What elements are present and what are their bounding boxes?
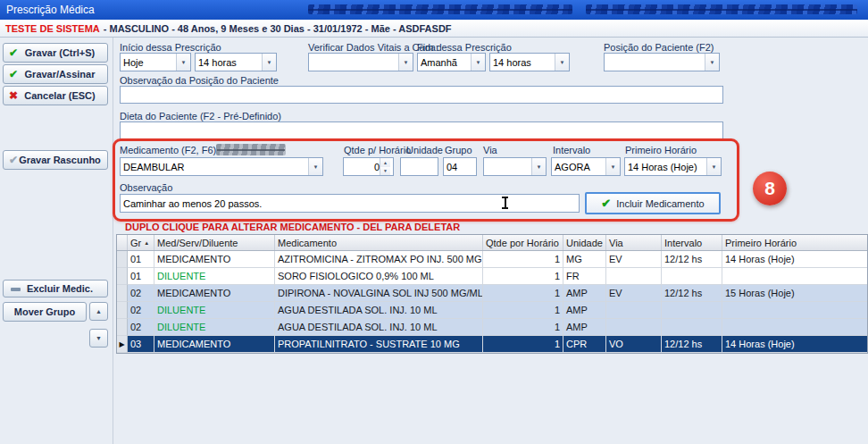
cell-qtde: 1 bbox=[483, 336, 563, 353]
prescription-window: Prescrição Médica TESTE DE SISTEMA - MAS… bbox=[0, 0, 868, 444]
chevron-down-icon: ▼ bbox=[308, 158, 322, 175]
chevron-down-icon: ▼ bbox=[262, 54, 276, 71]
medicamento-label: Medicamento (F2, F6) bbox=[120, 145, 216, 155]
cell-medicamento: PROPATILNITRATO - SUSTRATE 10 MG bbox=[275, 336, 483, 353]
row-indicator: ▶ bbox=[117, 336, 128, 353]
chevron-down-icon: ▼ bbox=[555, 54, 569, 71]
cell-gr: 02 bbox=[128, 285, 154, 302]
cell-unidade: MG bbox=[563, 251, 606, 268]
redacted-title-segment bbox=[586, 4, 857, 14]
save-draft-button[interactable]: ✔ Gravar Rascunho bbox=[3, 150, 108, 170]
cell-unidade: CPR bbox=[563, 336, 606, 353]
spin-up-icon[interactable]: ▲ bbox=[380, 158, 390, 167]
cell-gr: 02 bbox=[128, 302, 154, 319]
cell-qtde: 1 bbox=[483, 319, 563, 336]
combo-value: 14 horas bbox=[198, 57, 262, 68]
cell-primeiro: 14 Horas (Hoje) bbox=[722, 336, 867, 353]
column-header-intervalo[interactable]: Intervalo bbox=[662, 235, 722, 250]
qtde-label: Qtde p/ Horário bbox=[344, 145, 411, 155]
patient-name: TESTE DE SISTEMA bbox=[5, 23, 100, 34]
chevron-down-icon: ▼ bbox=[605, 158, 620, 175]
column-header-primeiro[interactable]: Primeiro Horário bbox=[722, 235, 867, 250]
column-header-gr[interactable]: Gr ▲ bbox=[128, 235, 154, 250]
cell-qtde: 1 bbox=[483, 268, 563, 285]
column-header-unidade[interactable]: Unidade bbox=[563, 235, 606, 250]
cell-intervalo bbox=[662, 302, 722, 319]
cell-via: EV bbox=[606, 251, 662, 268]
intervalo-combo[interactable]: AGORA ▼ bbox=[551, 157, 621, 176]
check-icon: ✔ bbox=[9, 69, 18, 80]
save-sign-button[interactable]: ✔ Gravar/Assinar bbox=[3, 64, 108, 84]
unidade-label: Unidade bbox=[406, 145, 443, 155]
table-row[interactable]: 02 DILUENTE AGUA DESTILADA SOL. INJ. 10 … bbox=[117, 302, 867, 319]
cell-gr: 01 bbox=[128, 268, 154, 285]
primeiro-horario-combo[interactable]: 14 Horas (Hoje) ▼ bbox=[624, 157, 722, 176]
grupo-input[interactable]: 04 bbox=[443, 157, 477, 176]
cell-via: EV bbox=[606, 285, 662, 302]
cell-tipo: DILUENTE bbox=[154, 302, 275, 319]
column-header-medicamento[interactable]: Medicamento bbox=[275, 235, 483, 250]
save-button[interactable]: ✔ Gravar (Ctrl+S) bbox=[3, 43, 108, 63]
posicao-combo[interactable]: ▼ bbox=[604, 53, 720, 71]
cell-primeiro: 15 Horas (Hoje) bbox=[722, 285, 867, 302]
column-header-qtde[interactable]: Qtde por Horário bbox=[483, 235, 563, 250]
cell-qtde: 1 bbox=[483, 285, 563, 302]
table-header: Gr ▲ Med/Serv/Diluente Medicamento Qtde … bbox=[117, 235, 867, 251]
cell-medicamento: AZITROMICINA - ZITROMAX PO INJ. 500 MG bbox=[275, 251, 483, 268]
medicamento-combo[interactable]: DEAMBULAR ▼ bbox=[120, 157, 323, 176]
cell-unidade: AMP bbox=[563, 285, 606, 302]
cancel-button[interactable]: ✖ Cancelar (ESC) bbox=[3, 86, 108, 105]
table-row[interactable]: 02 DILUENTE AGUA DESTILADA SOL. INJ. 10 … bbox=[117, 319, 867, 336]
cell-primeiro: 14 Horas (Hoje) bbox=[722, 251, 867, 268]
move-group-up-button[interactable]: ▲ bbox=[89, 302, 108, 321]
table-row[interactable]: 02 MEDICAMENTO DIPIRONA - NOVALGINA SOL … bbox=[117, 285, 867, 302]
chevron-down-icon: ▼ bbox=[398, 54, 413, 71]
cell-tipo: DILUENTE bbox=[154, 268, 275, 285]
spin-down-icon[interactable]: ▼ bbox=[380, 167, 390, 176]
cell-gr: 03 bbox=[128, 336, 154, 353]
unidade-input[interactable] bbox=[400, 157, 438, 176]
move-group-down-button[interactable]: ▼ bbox=[89, 329, 108, 348]
cell-medicamento: AGUA DESTILADA SOL. INJ. 10 ML bbox=[275, 319, 483, 336]
chevron-down-icon: ▼ bbox=[531, 158, 546, 175]
vitais-combo[interactable]: ▼ bbox=[308, 53, 413, 71]
observacao-input[interactable]: Caminhar ao menos 20 passos. bbox=[120, 194, 580, 213]
cell-medicamento: SORO FISIOLOGICO 0,9% 100 ML bbox=[275, 268, 483, 285]
observacao-label: Observação bbox=[120, 182, 172, 193]
dieta-input[interactable] bbox=[120, 121, 723, 139]
fim-time-combo[interactable]: 14 horas ▼ bbox=[489, 53, 570, 71]
via-label: Via bbox=[483, 145, 497, 155]
incluir-medicamento-button[interactable]: ✔ Incluir Medicamento bbox=[585, 192, 721, 214]
incluir-medicamento-label: Incluir Medicamento bbox=[616, 198, 704, 209]
cell-intervalo: 12/12 hs bbox=[662, 251, 722, 268]
row-indicator bbox=[117, 251, 128, 268]
via-combo[interactable]: ▼ bbox=[483, 157, 547, 176]
column-header-via[interactable]: Via bbox=[606, 235, 662, 250]
check-icon: ✔ bbox=[9, 155, 18, 165]
delete-medication-button[interactable]: Excluir Medic. bbox=[3, 280, 108, 297]
fim-day-combo[interactable]: Amanhã ▼ bbox=[417, 53, 486, 71]
combo-value: 14 horas bbox=[493, 57, 555, 68]
inicio-label: Início dessa Prescrição bbox=[120, 42, 221, 53]
row-indicator bbox=[117, 285, 128, 302]
minus-icon bbox=[11, 288, 21, 291]
inicio-day-combo[interactable]: Hoje ▼ bbox=[120, 53, 191, 71]
annotation-badge: 8 bbox=[753, 172, 787, 205]
medication-table: Gr ▲ Med/Serv/Diluente Medicamento Qtde … bbox=[116, 234, 868, 354]
obs-posicao-input[interactable] bbox=[120, 86, 723, 104]
save-sign-button-label: Gravar/Assinar bbox=[25, 69, 96, 80]
save-draft-button-label: Gravar Rascunho bbox=[19, 155, 101, 165]
table-row[interactable]: 01 MEDICAMENTO AZITROMICINA - ZITROMAX P… bbox=[117, 251, 867, 268]
move-group-button[interactable]: Mover Grupo bbox=[3, 302, 87, 322]
column-header-tipo[interactable]: Med/Serv/Diluente bbox=[154, 235, 275, 250]
posicao-label: Posição do Paciente (F2) bbox=[604, 42, 714, 53]
cell-tipo: MEDICAMENTO bbox=[154, 251, 275, 268]
patient-header: TESTE DE SISTEMA - MASCULINO - 48 Anos, … bbox=[0, 20, 868, 38]
qtde-stepper[interactable]: 0 ▲ ▼ bbox=[343, 157, 394, 176]
table-row[interactable]: ▶ 03 MEDICAMENTO PROPATILNITRATO - SUSTR… bbox=[117, 336, 867, 353]
table-row[interactable]: 01 DILUENTE SORO FISIOLOGICO 0,9% 100 ML… bbox=[117, 268, 867, 285]
inicio-time-combo[interactable]: 14 horas ▼ bbox=[195, 53, 277, 71]
cell-medicamento: DIPIRONA - NOVALGINA SOL INJ 500 MG/ML 2 bbox=[275, 285, 483, 302]
cell-unidade: AMP bbox=[563, 319, 606, 336]
stepper-buttons[interactable]: ▲ ▼ bbox=[380, 158, 390, 175]
